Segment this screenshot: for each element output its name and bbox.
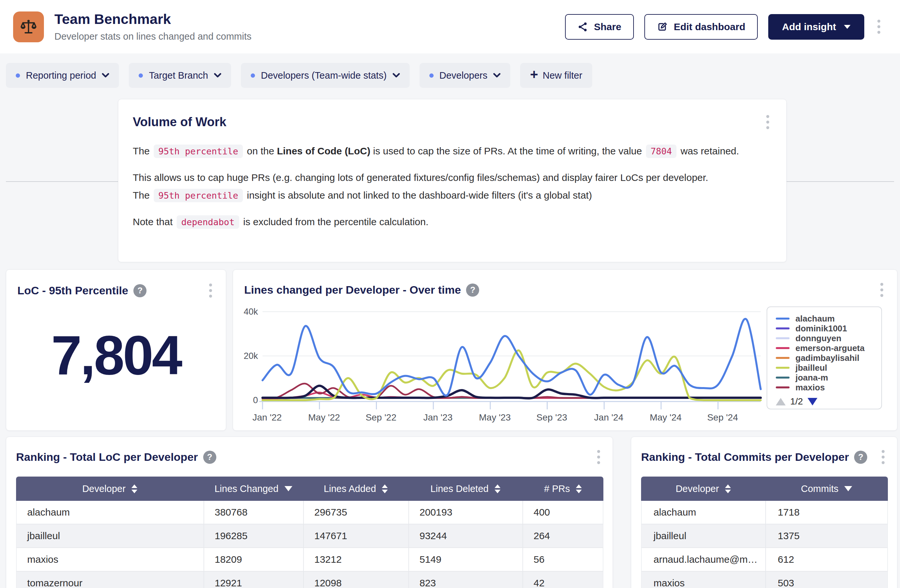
commits-ranking-table: DeveloperCommitsalachaum1718jbailleul137… <box>641 476 888 588</box>
svg-text:Jan '24: Jan '24 <box>594 412 623 422</box>
legend-item-joana-m[interactable]: joana-m <box>776 373 873 383</box>
filter-chip-label: Developers (Team-wide stats) <box>261 70 387 81</box>
share-button-label: Share <box>594 21 621 33</box>
cell-developer: alachaum <box>641 501 765 524</box>
table-header-row: DeveloperLines ChangedLines AddedLines D… <box>16 476 604 501</box>
legend-item-dominik1001[interactable]: dominik1001 <box>776 324 873 334</box>
cell-prs: 264 <box>523 524 604 548</box>
series-color-swatch <box>776 337 790 339</box>
cell-lines-changed: 196285 <box>203 524 303 548</box>
legend-item-gadimbaylisahil[interactable]: gadimbaylisahil <box>776 353 873 363</box>
series-color-swatch <box>776 347 790 349</box>
page-subtitle: Developer stats on lines changed and com… <box>54 31 251 42</box>
legend-item-maxios[interactable]: maxios <box>776 383 873 393</box>
cell-lines-added: 147671 <box>303 524 408 548</box>
help-icon[interactable]: ? <box>203 451 216 464</box>
card-title: Lines changed per Developer - Over time <box>244 284 461 296</box>
series-color-swatch <box>776 357 790 359</box>
legend-item-emerson-argueta[interactable]: emerson-argueta <box>776 343 873 353</box>
cell-lines-added: 296735 <box>303 501 408 524</box>
column-header-lines-changed[interactable]: Lines Changed <box>203 476 303 501</box>
cell-commits: 612 <box>765 548 888 572</box>
filter-chip-label: Developers <box>439 70 488 81</box>
card-kebab-menu[interactable] <box>594 447 603 467</box>
help-icon[interactable]: ? <box>133 284 146 297</box>
cell-developer: tomazernour <box>16 572 203 588</box>
add-insight-button[interactable]: Add insight <box>768 14 864 40</box>
cell-lines-deleted: 823 <box>408 572 523 588</box>
filter-chip-developers[interactable]: Developers <box>419 63 511 88</box>
filter-chip-target-branch[interactable]: Target Branch <box>129 63 231 88</box>
chevron-down-icon <box>844 25 850 29</box>
table-header-row: DeveloperCommits <box>641 476 888 501</box>
cell-developer: jbailleul <box>16 524 203 548</box>
volume-of-work-text: The 95th percentile on the Lines of Code… <box>133 142 772 231</box>
cell-lines-added: 13212 <box>303 548 408 572</box>
svg-text:Sep '24: Sep '24 <box>707 412 738 422</box>
svg-text:Sep '22: Sep '22 <box>365 412 396 422</box>
filter-chip-developers-team-wide-stats[interactable]: Developers (Team-wide stats) <box>241 63 410 88</box>
help-icon[interactable]: ? <box>854 451 867 464</box>
cell-commits: 1375 <box>765 524 888 548</box>
card-title: LoC - 95th Percentile <box>17 284 128 297</box>
series-color-swatch <box>776 386 790 388</box>
column-label: Developer <box>675 483 719 494</box>
card-kebab-menu[interactable] <box>206 280 215 301</box>
series-color-swatch <box>776 377 790 379</box>
cell-developer: alachaum <box>16 501 203 524</box>
cell-prs: 42 <box>523 572 604 588</box>
volume-of-work-card: Volume of Work The 95th percentile on th… <box>118 99 787 262</box>
cell-lines-changed: 12921 <box>203 572 303 588</box>
cell-lines-changed: 18209 <box>203 548 303 572</box>
card-kebab-menu[interactable] <box>879 447 887 467</box>
card-kebab-menu[interactable] <box>763 112 772 132</box>
legend-item-jbailleul[interactable]: jbailleul <box>776 363 873 373</box>
cell-lines-added: 12098 <box>303 572 408 588</box>
column-label: Developer <box>82 483 126 494</box>
filter-chip-reporting-period[interactable]: Reporting period <box>6 63 119 88</box>
new-filter-button[interactable]: + New filter <box>520 63 592 88</box>
edit-icon <box>657 21 668 33</box>
chart-legend: alachaum dominik1001 donnguyen emerson-a… <box>767 306 882 410</box>
dashboard-header: Team Benchmark Developer stats on lines … <box>0 0 900 53</box>
cell-developer: arnaud.lachaume@mae... <box>641 548 765 572</box>
svg-text:0: 0 <box>253 395 258 405</box>
column-header-commits[interactable]: Commits <box>765 476 888 501</box>
balance-scale-icon <box>20 18 37 36</box>
column-header-prs[interactable]: # PRs <box>523 476 604 501</box>
dashboard-icon <box>13 11 44 42</box>
series-color-swatch <box>776 318 790 320</box>
lines-changed-chart-card: Lines changed per Developer - Over time … <box>233 269 897 431</box>
chevron-down-icon <box>102 73 109 78</box>
series-line-jbailleul <box>262 351 761 400</box>
cell-commits: 503 <box>765 572 888 588</box>
table-row: alachaum380768296735200193400 <box>16 501 604 524</box>
page-title: Team Benchmark <box>54 11 251 27</box>
svg-text:May '22: May '22 <box>308 412 340 422</box>
column-header-lines-deleted[interactable]: Lines Deleted <box>408 476 523 501</box>
legend-page-down-icon[interactable] <box>808 398 818 405</box>
legend-item-donnguyen[interactable]: donnguyen <box>776 334 873 343</box>
help-icon[interactable]: ? <box>466 284 479 296</box>
svg-text:20k: 20k <box>244 351 258 361</box>
legend-page-up-icon[interactable] <box>776 398 786 405</box>
column-label: # PRs <box>544 483 570 494</box>
column-header-lines-added[interactable]: Lines Added <box>303 476 408 501</box>
chart-body: 40k20k0Jan '22May '22Sep '22Jan '23May '… <box>233 297 897 430</box>
cell-commits: 1718 <box>765 501 888 524</box>
loc-95th-percentile-card: LoC - 95th Percentile ? 7,804 <box>6 269 226 431</box>
header-kebab-menu[interactable] <box>875 16 883 37</box>
bold-text: Lines of Code (LoC) <box>277 146 370 156</box>
cell-prs: 56 <box>523 548 604 572</box>
column-header-developer[interactable]: Developer <box>641 476 765 501</box>
share-button[interactable]: Share <box>565 14 633 40</box>
column-header-developer[interactable]: Developer <box>16 476 203 501</box>
legend-pagination: 1/2 <box>776 396 873 407</box>
legend-item-label: maxios <box>796 383 825 393</box>
legend-item-alachaum[interactable]: alachaum <box>776 314 873 324</box>
edit-dashboard-button[interactable]: Edit dashboard <box>644 14 758 40</box>
sort-icon <box>132 484 137 493</box>
chevron-down-icon <box>214 73 221 78</box>
table-row: arnaud.lachaume@mae...612 <box>641 548 888 572</box>
cell-developer: maxios <box>641 572 765 588</box>
